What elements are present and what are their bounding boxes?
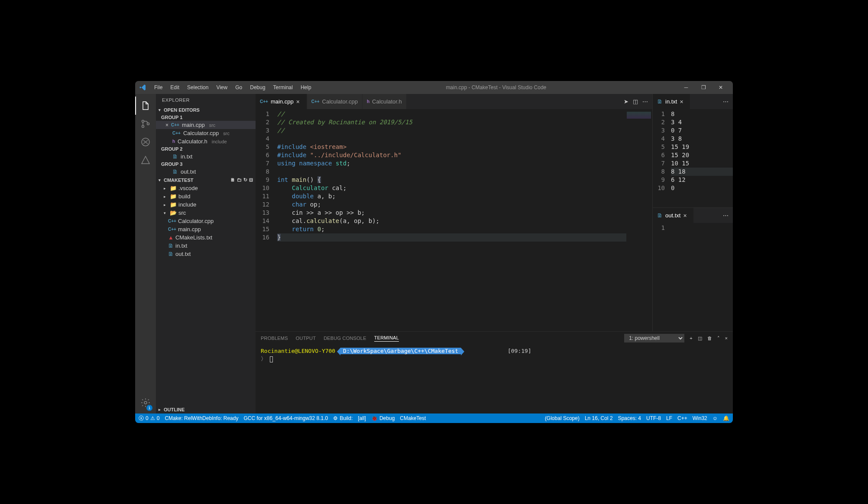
tab-calc[interactable]: C++Calculator.cpp xyxy=(307,94,363,109)
status-lang[interactable]: C++ xyxy=(677,415,687,421)
open-editor-calc-cpp[interactable]: C++ Calculator.cppsrc xyxy=(156,129,256,137)
code-content[interactable]: // // Created by Rocinantie on 2019/5/15… xyxy=(277,109,626,331)
more-icon[interactable]: ⋯ xyxy=(642,98,648,105)
minimap[interactable] xyxy=(626,109,652,331)
close-icon[interactable]: × xyxy=(680,98,686,105)
out-editor[interactable]: 1 xyxy=(653,223,733,331)
bug-icon[interactable] xyxy=(135,133,156,151)
svg-point-2 xyxy=(147,123,149,125)
tab-main[interactable]: C++main.cpp× xyxy=(256,94,307,109)
tree-in[interactable]: 🗎in.txt xyxy=(156,242,256,250)
run-icon[interactable]: ➤ xyxy=(624,98,628,105)
tree-vscode[interactable]: ▸📁.vscode xyxy=(156,184,256,192)
feedback-icon[interactable]: ☺ xyxy=(713,415,718,421)
status-os[interactable]: Win32 xyxy=(693,415,707,421)
editor-group-1: C++main.cpp× C++Calculator.cpp hCalculat… xyxy=(256,94,653,331)
more-icon[interactable]: ⋯ xyxy=(723,98,729,105)
menu-edit[interactable]: Edit xyxy=(167,83,183,92)
cpp-icon: C++ xyxy=(311,99,320,104)
line-numbers: 12345678910 xyxy=(653,109,671,207)
close-button[interactable]: ✕ xyxy=(712,81,729,94)
menu-bar: File Edit Selection View Go Debug Termin… xyxy=(151,83,315,92)
menu-debug[interactable]: Debug xyxy=(246,83,269,92)
status-build-target[interactable]: [all] xyxy=(358,415,366,421)
status-gcc[interactable]: GCC for x86_64-w64-mingw32 8.1.0 xyxy=(243,415,328,421)
folder-icon: 📁 xyxy=(170,185,177,191)
status-encoding[interactable]: UTF-8 xyxy=(646,415,661,421)
code-editor[interactable]: 12345678910111213141516 // // Created by… xyxy=(256,109,652,331)
editor-groups-side: 🗎in.txt× ⋯ 12345678910 8 3 4 0 7 3 8 15 … xyxy=(653,94,733,331)
new-terminal-icon[interactable]: + xyxy=(690,336,692,341)
in-editor[interactable]: 12345678910 8 3 4 0 7 3 8 15 19 15 20 10… xyxy=(653,109,733,207)
menu-selection[interactable]: Selection xyxy=(184,83,212,92)
tree-build[interactable]: ▸📁build xyxy=(156,192,256,200)
close-icon[interactable]: × xyxy=(683,212,689,219)
cmake-icon[interactable] xyxy=(135,151,156,169)
tab-in[interactable]: 🗎in.txt× xyxy=(653,94,690,109)
git-icon[interactable] xyxy=(135,115,156,133)
menu-terminal[interactable]: Terminal xyxy=(270,83,296,92)
project-header[interactable]: ▾CMAKETEST 🗎 🗀 ↻ ⊟ xyxy=(156,176,256,184)
status-bar: ⓧ0 ⚠0 CMake: RelWithDebInfo: Ready GCC f… xyxy=(135,414,733,423)
status-debug[interactable]: 🐞Debug xyxy=(371,415,395,421)
menu-view[interactable]: View xyxy=(213,83,231,92)
tree-src[interactable]: ▾📂src xyxy=(156,209,256,217)
open-editor-out[interactable]: 🗎 out.txt xyxy=(156,168,256,176)
refresh-icon[interactable]: ↻ xyxy=(243,177,247,183)
open-editor-in[interactable]: 🗎 in.txt xyxy=(156,152,256,161)
status-project[interactable]: CMakeTest xyxy=(400,415,426,421)
status-build[interactable]: ⚙Build: xyxy=(333,415,353,421)
terminal-select[interactable]: 1: powershell xyxy=(624,334,684,342)
tree-calc-cpp[interactable]: C++Calculator.cpp xyxy=(156,217,256,225)
menu-help[interactable]: Help xyxy=(297,83,315,92)
panel-problems[interactable]: PROBLEMS xyxy=(261,336,288,341)
open-editor-calc-h[interactable]: h Calculator.hinclude xyxy=(156,137,256,145)
tree-cmakelists[interactable]: ▲CMakeLists.txt xyxy=(156,233,256,242)
close-panel-icon[interactable]: × xyxy=(725,336,728,341)
status-spaces[interactable]: Spaces: 4 xyxy=(618,415,641,421)
settings-icon[interactable]: 1 xyxy=(135,394,156,412)
status-position[interactable]: Ln 16, Col 2 xyxy=(585,415,613,421)
activity-bar: 1 xyxy=(135,94,156,414)
tab-out[interactable]: 🗎out.txt× xyxy=(653,208,694,223)
tab-bar-1: C++main.cpp× C++Calculator.cpp hCalculat… xyxy=(256,94,652,109)
terminal-body[interactable]: Rocinantie@LENOVO-Y700 D:\WorkSpace\Garb… xyxy=(256,345,733,414)
open-editors-header[interactable]: ▾OPEN EDITORS xyxy=(156,106,256,114)
svg-point-4 xyxy=(144,401,147,404)
close-icon[interactable]: × xyxy=(165,122,168,128)
new-folder-icon[interactable]: 🗀 xyxy=(237,177,242,183)
tab-bar-2: 🗎in.txt× ⋯ xyxy=(653,94,733,109)
split-icon[interactable]: ◫ xyxy=(633,98,638,105)
files-icon[interactable] xyxy=(135,97,156,115)
more-icon[interactable]: ⋯ xyxy=(723,212,729,219)
status-eol[interactable]: LF xyxy=(666,415,672,421)
panel-output[interactable]: OUTPUT xyxy=(296,336,316,341)
new-file-icon[interactable]: 🗎 xyxy=(230,177,235,183)
tree-include[interactable]: ▸📁include xyxy=(156,200,256,209)
panel-debug[interactable]: DEBUG CONSOLE xyxy=(324,336,366,341)
status-cmake[interactable]: CMake: RelWithDebInfo: Ready xyxy=(165,415,238,421)
tree-out[interactable]: 🗎out.txt xyxy=(156,250,256,258)
in-content[interactable]: 8 3 4 0 7 3 8 15 19 15 20 10 15 8 186 12… xyxy=(671,109,733,207)
close-icon[interactable]: × xyxy=(296,98,302,105)
status-scope[interactable]: (Global Scope) xyxy=(545,415,580,421)
panel-terminal[interactable]: TERMINAL xyxy=(374,335,399,342)
out-content[interactable] xyxy=(671,223,733,331)
status-errors[interactable]: ⓧ0 ⚠0 xyxy=(139,415,159,422)
outline-header[interactable]: ▸OUTLINE xyxy=(156,406,256,414)
collapse-icon[interactable]: ⊟ xyxy=(249,177,253,183)
kill-terminal-icon[interactable]: 🗑 xyxy=(707,336,712,341)
file-icon: 🗎 xyxy=(657,212,663,219)
menu-file[interactable]: File xyxy=(151,83,166,92)
minimize-button[interactable]: ─ xyxy=(677,81,695,94)
vscode-window: File Edit Selection View Go Debug Termin… xyxy=(135,81,733,423)
bell-icon[interactable]: 🔔 xyxy=(723,415,729,421)
explorer-sidebar: EXPLORER ▾OPEN EDITORS GROUP 1 × C++ mai… xyxy=(156,94,256,414)
menu-go[interactable]: Go xyxy=(232,83,246,92)
maximize-button[interactable]: ❐ xyxy=(695,81,712,94)
tab-calc-h[interactable]: hCalculator.h xyxy=(363,94,407,109)
open-editor-main[interactable]: × C++ main.cppsrc xyxy=(156,121,256,129)
tree-main-cpp[interactable]: C++main.cpp xyxy=(156,225,256,233)
split-terminal-icon[interactable]: ◫ xyxy=(698,336,702,341)
maximize-panel-icon[interactable]: ˄ xyxy=(717,336,720,341)
